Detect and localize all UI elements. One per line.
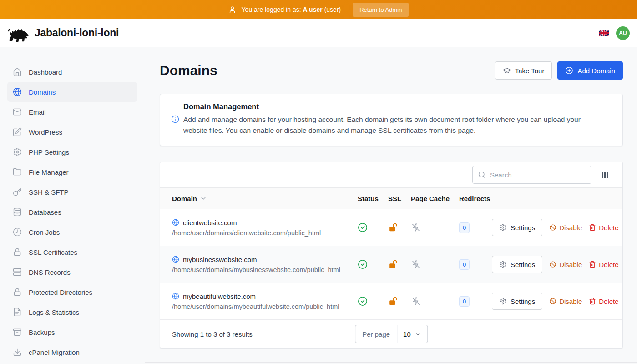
sidebar-item-cpanel-migration[interactable]: cPanel Migration bbox=[7, 342, 137, 362]
server-icon bbox=[13, 268, 22, 277]
column-settings-button[interactable] bbox=[600, 170, 610, 180]
page-title: Domains bbox=[160, 63, 217, 78]
sidebar-item-dashboard[interactable]: Dashboard bbox=[7, 62, 137, 82]
take-tour-label: Take Tour bbox=[515, 67, 545, 75]
trash-icon bbox=[589, 224, 596, 231]
check-circle-icon bbox=[358, 296, 368, 306]
ban-icon bbox=[549, 261, 556, 268]
page-cache-cell bbox=[411, 259, 459, 269]
status-cell bbox=[358, 222, 388, 233]
brand[interactable]: Jabaloni-loni-loni bbox=[7, 24, 119, 42]
search-input[interactable] bbox=[472, 166, 592, 184]
sidebar-item-wordpress[interactable]: WordPress bbox=[7, 122, 137, 142]
sidebar-item-backups[interactable]: Backups bbox=[7, 322, 137, 342]
sidebar-item-ssl-certificates[interactable]: SSL Certificates bbox=[7, 242, 137, 262]
sidebar-item-protected-directories[interactable]: Protected Directories bbox=[7, 282, 137, 302]
sidebar-item-file-manager[interactable]: File Manager bbox=[7, 162, 137, 182]
disable-button[interactable]: Disable bbox=[549, 224, 582, 232]
sidebar-item-label: Domains bbox=[29, 88, 56, 96]
settings-button[interactable]: Settings bbox=[492, 293, 542, 310]
column-header-domain[interactable]: Domain bbox=[172, 195, 358, 202]
status-cell bbox=[358, 259, 388, 269]
redirects-cell: 0 bbox=[459, 222, 492, 233]
redirects-count-badge[interactable]: 0 bbox=[459, 296, 470, 307]
ssl-cell bbox=[388, 222, 411, 233]
domain-name[interactable]: clientwebsite.com bbox=[183, 219, 237, 227]
info-description: Add and manage domains for your hosting … bbox=[183, 114, 602, 136]
domains-table-card: Domain Status SSL Page Cache Redirects c… bbox=[160, 162, 623, 349]
per-page-label: Per page bbox=[355, 325, 397, 343]
sidebar-item-label: Protected Directories bbox=[29, 288, 92, 296]
chevron-down-icon bbox=[200, 195, 207, 202]
add-domain-button[interactable]: Add Domain bbox=[557, 61, 623, 80]
sidebar-item-email[interactable]: Email bbox=[7, 102, 137, 122]
sidebar-item-label: DNS Records bbox=[29, 268, 71, 276]
domain-path: /home/user/domains/clientwebsite.com/pub… bbox=[172, 229, 358, 237]
delete-label: Delete bbox=[599, 261, 618, 268]
gear-icon bbox=[499, 261, 506, 268]
delete-button[interactable]: Delete bbox=[589, 224, 618, 232]
actions-cell: Settings Disable Delete bbox=[492, 219, 619, 236]
table-header-row: Domain Status SSL Page Cache Redirects bbox=[160, 187, 622, 209]
settings-button[interactable]: Settings bbox=[492, 256, 542, 273]
per-page-control: Per page 10 bbox=[355, 325, 428, 343]
delete-button[interactable]: Delete bbox=[589, 261, 618, 268]
take-tour-button[interactable]: Take Tour bbox=[495, 61, 552, 80]
status-cell bbox=[358, 296, 388, 306]
column-label: Status bbox=[358, 195, 379, 202]
plus-circle-icon bbox=[565, 66, 573, 75]
uk-flag-icon[interactable] bbox=[599, 30, 609, 36]
domain-name[interactable]: mybusinesswebsite.com bbox=[183, 256, 257, 263]
chevron-down-icon bbox=[415, 331, 421, 338]
sidebar-item-label: Backups bbox=[29, 329, 55, 336]
redirects-count-badge[interactable]: 0 bbox=[459, 259, 470, 270]
home-icon bbox=[13, 67, 22, 76]
disable-button[interactable]: Disable bbox=[549, 298, 582, 305]
sidebar-item-ssh-sftp[interactable]: SSH & SFTP bbox=[7, 182, 137, 202]
globe-icon bbox=[13, 87, 22, 96]
main-content: Domains Take Tour Add Domain Domain Mana… bbox=[145, 47, 637, 364]
domain-cell: mybusinesswebsite.com /home/user/domains… bbox=[172, 256, 358, 273]
per-page-select[interactable]: 10 bbox=[397, 325, 427, 343]
unlock-icon bbox=[388, 222, 398, 233]
delete-button[interactable]: Delete bbox=[589, 298, 618, 305]
sidebar-item-logs-statistics[interactable]: Logs & Statistics bbox=[7, 302, 137, 322]
sidebar-item-domains[interactable]: Domains bbox=[7, 82, 137, 102]
sidebar-item-label: SSL Certificates bbox=[29, 248, 77, 256]
domain-name[interactable]: mybeautifulwebsite.com bbox=[183, 293, 256, 300]
app-header: Jabaloni-loni-loni AU bbox=[0, 19, 637, 47]
sidebar-item-databases[interactable]: Databases bbox=[7, 202, 137, 222]
table-row: clientwebsite.com /home/user/domains/cli… bbox=[160, 209, 622, 246]
info-icon bbox=[171, 115, 179, 123]
column-label: SSL bbox=[388, 195, 401, 202]
folder-icon bbox=[13, 167, 22, 177]
impersonation-banner: You are logged in as: A user (user) Retu… bbox=[0, 0, 637, 19]
search-icon bbox=[478, 171, 486, 179]
sidebar-item-cron-jobs[interactable]: Cron Jobs bbox=[7, 222, 137, 242]
page-cache-cell bbox=[411, 222, 459, 233]
column-header-status: Status bbox=[358, 195, 388, 202]
lock-icon bbox=[13, 288, 22, 297]
redirects-count-badge[interactable]: 0 bbox=[459, 222, 470, 233]
column-label: Domain bbox=[172, 195, 197, 202]
logged-in-user: A user bbox=[303, 6, 323, 13]
avatar[interactable]: AU bbox=[616, 26, 630, 40]
table-footer: Showing 1 to 3 of 3 results Per page 10 bbox=[160, 320, 622, 348]
domain-management-info-box: Domain Management Add and manage domains… bbox=[160, 94, 623, 146]
gear-icon bbox=[13, 147, 22, 157]
column-label: Page Cache bbox=[411, 195, 450, 202]
table-row: mybeautifulwebsite.com /home/user/domain… bbox=[160, 283, 622, 320]
disable-label: Disable bbox=[559, 224, 582, 232]
sidebar-item-label: cPanel Migration bbox=[29, 349, 80, 356]
sidebar-item-label: SSH & SFTP bbox=[29, 188, 69, 196]
domain-cell: clientwebsite.com /home/user/domains/cli… bbox=[172, 219, 358, 237]
sidebar-item-label: Cron Jobs bbox=[29, 228, 60, 236]
settings-button[interactable]: Settings bbox=[492, 219, 542, 236]
sidebar-item-dns-records[interactable]: DNS Records bbox=[7, 262, 137, 282]
disable-button[interactable]: Disable bbox=[549, 261, 582, 268]
sidebar-item-php-settings[interactable]: PHP Settings bbox=[7, 142, 137, 162]
trash-icon bbox=[589, 298, 596, 305]
download-icon bbox=[13, 348, 22, 357]
check-circle-icon bbox=[358, 259, 368, 269]
return-to-admin-button[interactable]: Return to Admin bbox=[353, 3, 409, 17]
